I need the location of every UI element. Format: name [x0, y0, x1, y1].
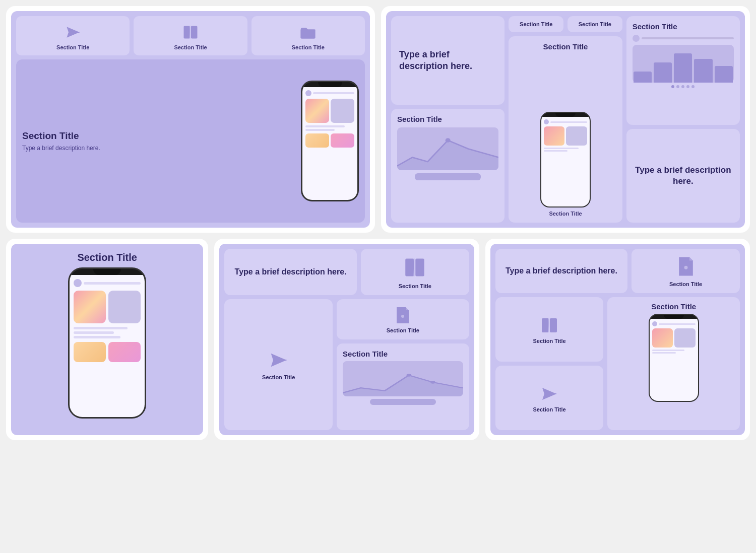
br-phone-mockup	[649, 314, 699, 402]
bm-desc-card: Type a brief description here.	[224, 249, 357, 295]
chart-card: Section Title	[391, 109, 505, 223]
phone-section-label: Section Title	[515, 211, 616, 217]
bottom-row: Section Title	[6, 239, 750, 440]
svg-point-3	[446, 138, 451, 143]
big-text-card-2: Type a brief description here.	[626, 129, 740, 223]
book-icon	[181, 23, 200, 41]
bm-book-label: Section Title	[399, 283, 431, 289]
icon-row: Section Title Section Title	[16, 16, 365, 55]
bm-desc: Type a brief description here.	[235, 267, 347, 278]
br-desc-card: Type a brief description here.	[495, 249, 628, 293]
svg-rect-4	[405, 259, 414, 276]
svg-point-6	[401, 315, 404, 318]
bar-chart-card: Section Title	[626, 16, 740, 125]
chart-title: Section Title	[397, 115, 498, 123]
book-label: Section Title	[174, 44, 207, 50]
bottom-feature: Section Title Type a brief description h…	[16, 59, 365, 223]
send-icon-cell: Section Title	[16, 16, 130, 55]
bm-send-label: Section Title	[262, 374, 295, 380]
bm-chart-card: Section Title	[337, 343, 469, 430]
svg-point-8	[430, 381, 435, 384]
br-book-label: Section Title	[533, 338, 565, 344]
br-send-cell: Section Title	[495, 366, 604, 430]
bm-chart-title: Section Title	[343, 350, 463, 358]
svg-point-7	[407, 374, 412, 377]
bottom-mid-inner: Type a brief description here. Section T…	[219, 244, 474, 435]
bottom-right-card: Type a brief description here. Section T…	[485, 239, 750, 440]
feature-title: Section Title	[22, 130, 296, 142]
bm-file-label: Section Title	[387, 327, 419, 333]
br-phone-card: Section Title	[607, 297, 740, 430]
br-desc: Type a brief description here.	[506, 266, 617, 276]
bm-file-cell: Section Title	[337, 299, 469, 339]
phone-mockup-lg	[68, 267, 146, 419]
tr-col2: Section Title Section Title Section Titl…	[509, 16, 622, 223]
big-text-1: Type a brief description here.	[399, 49, 496, 73]
br-send-label: Section Title	[533, 406, 565, 412]
svg-point-9	[684, 266, 687, 269]
bm-file-icon	[393, 305, 413, 325]
send-label: Section Title	[56, 44, 89, 50]
tr-col1: Type a brief description here. Section T…	[391, 16, 505, 223]
br-send-icon	[539, 384, 559, 404]
folder-icon	[299, 23, 317, 41]
phone-notch	[318, 82, 342, 87]
bm-send-cell: Section Title	[224, 299, 333, 430]
br-file-label: Section Title	[669, 281, 702, 287]
svg-rect-1	[191, 26, 198, 38]
phone-mockup	[301, 81, 359, 201]
bottom-mid-card: Type a brief description here. Section T…	[214, 239, 479, 440]
small-title-1: Section Title	[509, 16, 563, 32]
bottom-left-card: Section Title	[6, 239, 208, 440]
bar-chart-title: Section Title	[633, 22, 734, 31]
top-right-card: Type a brief description here. Section T…	[381, 6, 750, 233]
small-title-2: Section Title	[568, 16, 622, 32]
bottom-left-title: Section Title	[77, 252, 137, 263]
svg-rect-0	[183, 26, 190, 38]
phone-mockup-2	[540, 112, 591, 208]
svg-rect-5	[415, 259, 424, 276]
br-file-icon	[674, 255, 698, 278]
feature-desc: Type a brief description here.	[22, 145, 296, 152]
br-phone-title: Section Title	[651, 302, 696, 311]
phone-section-card: Section Title	[509, 36, 622, 223]
br-book-cell: Section Title	[495, 297, 604, 362]
bottom-right-inner: Type a brief description here. Section T…	[490, 244, 745, 435]
mountain-chart-svg	[397, 127, 498, 170]
bottom-left-inner: Section Title	[11, 244, 203, 435]
tr-col3: Section Title	[626, 16, 740, 223]
top-row: Section Title Section Title	[6, 6, 750, 233]
phone-screen	[302, 87, 357, 200]
send-icon	[64, 23, 82, 41]
big-text-card-1: Type a brief description here.	[391, 16, 505, 105]
bm-book-cell: Section Title	[361, 249, 469, 295]
feature-text: Section Title Type a brief description h…	[22, 130, 296, 152]
bm-send-icon	[268, 349, 290, 371]
bm-chart-svg	[343, 361, 463, 396]
top-right-inner: Type a brief description here. Section T…	[386, 11, 745, 228]
folder-label: Section Title	[292, 44, 325, 50]
br-book-icon	[539, 315, 559, 335]
top-left-card: Section Title Section Title	[6, 6, 375, 233]
bm-book-icon	[402, 255, 427, 280]
svg-rect-2	[301, 30, 316, 39]
folder-icon-cell: Section Title	[251, 16, 365, 55]
phone-section-title: Section Title	[515, 42, 616, 51]
br-file-cell: Section Title	[632, 249, 740, 293]
book-icon-cell: Section Title	[134, 16, 247, 55]
svg-rect-10	[542, 318, 549, 332]
big-text-2: Type a brief description here.	[635, 165, 732, 187]
svg-rect-11	[550, 318, 557, 332]
